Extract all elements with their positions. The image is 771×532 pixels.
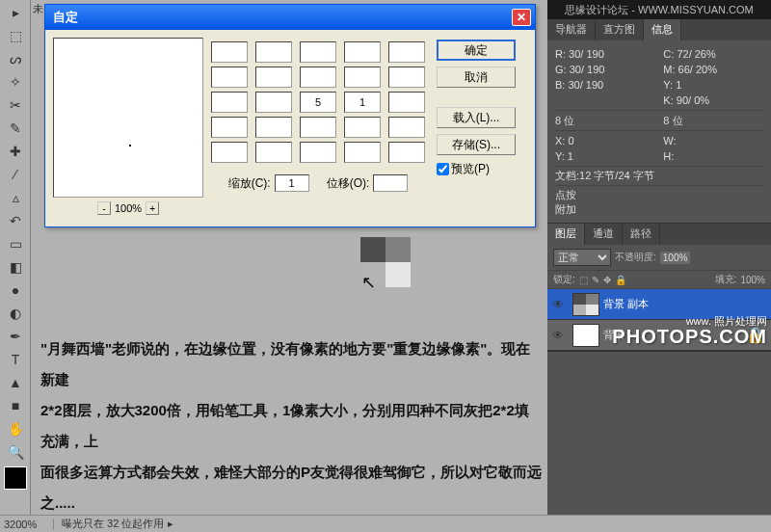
matrix-cell[interactable]: 5 — [300, 92, 336, 113]
cursor-icon: ↖ — [361, 272, 376, 293]
scale-input[interactable] — [275, 174, 309, 192]
chevron-right-icon[interactable]: ▸ — [164, 518, 173, 530]
status-bar: 3200% 曝光只在 32 位起作用 ▸ — [0, 515, 771, 532]
visibility-icon[interactable]: 👁 — [547, 298, 569, 311]
lock-icon[interactable]: ✎ — [592, 275, 599, 285]
info-bits-l: 8 位 — [555, 113, 655, 128]
matrix-cell[interactable] — [300, 117, 336, 138]
tool-wand[interactable]: ✧ — [2, 71, 29, 93]
tool-eraser[interactable]: ▭ — [2, 233, 29, 254]
tool-history[interactable]: ↶ — [2, 210, 29, 231]
tool-stamp[interactable]: ▵ — [2, 187, 29, 208]
matrix-cell[interactable] — [255, 142, 292, 163]
fill-value[interactable]: 100% — [740, 275, 765, 285]
tool-move[interactable]: ▸ — [2, 2, 29, 23]
matrix-cell[interactable] — [255, 92, 292, 113]
info-bits-r: 8 位 — [663, 113, 763, 128]
matrix-cell[interactable] — [344, 117, 381, 138]
matrix-cell[interactable] — [255, 117, 292, 138]
matrix-cell[interactable] — [255, 41, 292, 63]
lock-icon[interactable]: ⬚ — [579, 275, 588, 285]
matrix-cell[interactable]: 1 — [344, 92, 381, 113]
tool-hand[interactable]: ✋ — [2, 418, 29, 439]
dialog-title-text: 自定 — [49, 9, 78, 26]
matrix-cell[interactable] — [344, 66, 381, 88]
swatch-4 — [386, 262, 411, 287]
matrix-cell[interactable] — [388, 66, 425, 88]
info-x: 0 — [568, 135, 573, 146]
tool-shape[interactable]: ■ — [2, 395, 29, 416]
opacity-value[interactable]: 100% — [660, 252, 691, 264]
blend-mode-select[interactable]: 正常 — [553, 249, 611, 266]
matrix-cell[interactable] — [211, 117, 248, 138]
save-button[interactable]: 存储(S)... — [437, 134, 516, 155]
matrix-cell[interactable] — [255, 66, 292, 88]
tool-gradient[interactable]: ◧ — [2, 256, 29, 278]
ok-button[interactable]: 确定 — [437, 40, 516, 61]
tool-blur[interactable]: ● — [2, 279, 29, 301]
zoom-out-button[interactable]: - — [97, 201, 111, 215]
info-c: 72/ 26% — [677, 48, 715, 60]
tutorial-line: 2*2图层，放大3200倍，用铅笔工具，1像素大小，分别用四种不同灰把2*2填充… — [40, 395, 542, 457]
matrix-cell[interactable] — [211, 66, 248, 88]
zoom-in-button[interactable]: + — [146, 201, 159, 215]
color-swatch[interactable] — [4, 466, 27, 490]
zoom-field[interactable]: 3200% — [0, 519, 54, 530]
lock-icon[interactable]: ✥ — [603, 275, 611, 285]
doc-tab[interactable]: 未 — [33, 2, 43, 16]
swatch-2 — [386, 237, 411, 262]
tool-lasso[interactable]: ᔕ — [2, 48, 29, 69]
offset-label: 位移(O): — [327, 175, 370, 192]
lock-icon[interactable]: 🔒 — [615, 275, 626, 285]
matrix-cell[interactable] — [388, 117, 425, 138]
watermark: www. 照片处理网 PHOTOPS.COM — [612, 313, 767, 347]
info-y2: 1 — [568, 150, 573, 162]
preview-checkbox[interactable]: 预览(P) — [437, 161, 516, 177]
offset-input[interactable] — [373, 174, 408, 192]
close-icon[interactable]: ✕ — [512, 9, 531, 26]
tool-pen[interactable]: ✒ — [2, 326, 29, 347]
tab-histogram[interactable]: 直方图 — [596, 19, 644, 40]
tool-crop[interactable]: ✂ — [2, 94, 29, 116]
tools-palette: ▸ ⬚ ᔕ ✧ ✂ ✎ ✚ ⁄ ▵ ↶ ▭ ◧ ● ◐ ✒ T ▲ ■ ✋ 🔍 — [0, 0, 31, 520]
dialog-titlebar[interactable]: 自定 ✕ — [45, 5, 535, 30]
matrix-cell[interactable] — [211, 142, 248, 163]
tab-navigator[interactable]: 导航器 — [547, 19, 596, 40]
layer-thumb[interactable] — [572, 293, 599, 316]
tool-heal[interactable]: ✚ — [2, 141, 29, 162]
matrix-cell[interactable] — [211, 41, 248, 63]
layer-thumb[interactable] — [572, 324, 599, 347]
tab-paths[interactable]: 路径 — [623, 224, 660, 245]
load-button[interactable]: 载入(L)... — [437, 107, 516, 128]
tab-info[interactable]: 信息 — [644, 19, 681, 40]
matrix-cell[interactable] — [300, 41, 336, 63]
matrix-cell[interactable] — [344, 41, 381, 63]
info-m: 66/ 20% — [678, 64, 717, 75]
tool-path[interactable]: ▲ — [2, 372, 29, 393]
tool-marquee[interactable]: ⬚ — [2, 25, 29, 46]
preview-pixel — [129, 145, 131, 146]
matrix-cell[interactable] — [300, 142, 336, 163]
cancel-button[interactable]: 取消 — [437, 66, 516, 88]
matrix-cell[interactable] — [388, 41, 425, 63]
matrix-cell[interactable] — [388, 92, 425, 113]
matrix-cell[interactable] — [300, 66, 336, 88]
info-k: 90/ 0% — [677, 94, 709, 106]
tab-channels[interactable]: 通道 — [585, 224, 623, 245]
tool-brush[interactable]: ⁄ — [2, 164, 29, 185]
tool-eyedrop[interactable]: ✎ — [2, 118, 29, 139]
tool-type[interactable]: T — [2, 349, 29, 370]
matrix-cell[interactable] — [211, 92, 248, 113]
matrix-cell[interactable] — [344, 142, 381, 163]
info-g: 30/ 190 — [570, 64, 605, 75]
tab-layers[interactable]: 图层 — [547, 224, 585, 245]
preview-area — [53, 38, 203, 198]
visibility-icon[interactable]: 👁 — [547, 329, 569, 342]
info-r: 30/ 190 — [569, 48, 604, 60]
tool-dodge[interactable]: ◐ — [2, 303, 29, 324]
matrix-cell[interactable] — [388, 142, 425, 163]
custom-filter-dialog: 自定 ✕ - 100% + — [44, 4, 536, 227]
tool-zoom[interactable]: 🔍 — [2, 441, 29, 463]
tutorial-line: 面很多运算方式都会失效，难怪大部分的P友觉得很难驾御它，所以对它敬而远之....… — [40, 457, 542, 519]
preview-checkbox-input[interactable] — [437, 163, 449, 175]
